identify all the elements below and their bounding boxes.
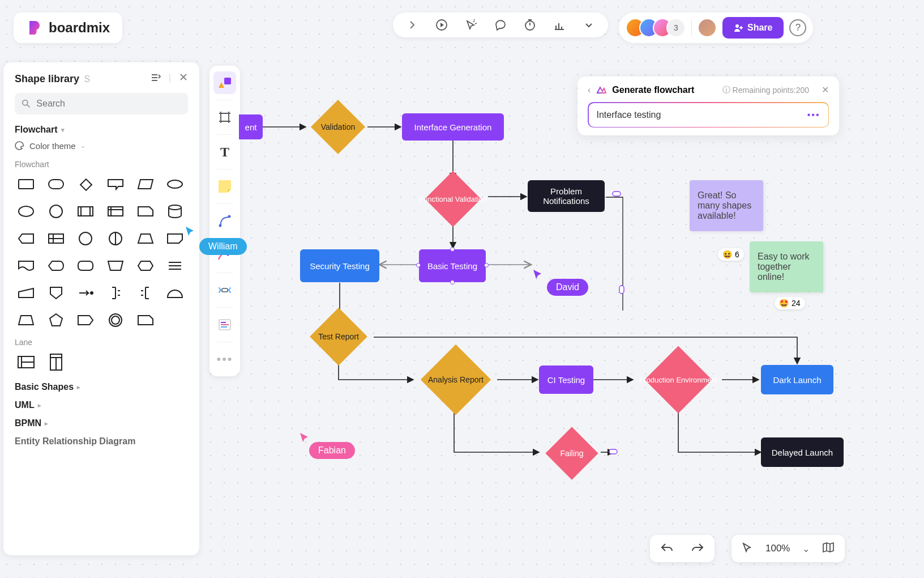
node-validation[interactable]: Validation [307, 100, 369, 154]
tool-sticky-note[interactable] [213, 175, 236, 198]
close-icon[interactable] [179, 73, 188, 85]
zoom-value[interactable]: 100% [765, 543, 790, 554]
shape-cut-rect[interactable] [134, 311, 157, 330]
section-flowchart[interactable]: Flowchart ▾ [15, 125, 188, 135]
shape-connector[interactable] [74, 229, 97, 248]
shape-manual-input[interactable] [15, 283, 37, 303]
node-basic-testing[interactable]: Basic Testing [419, 249, 486, 282]
avatar-more-count[interactable]: 3 [666, 18, 686, 37]
chevron-right-icon[interactable] [405, 18, 419, 32]
tool-frame[interactable] [213, 106, 236, 129]
svg-rect-13 [108, 207, 123, 216]
zoom-chevron-icon[interactable]: ⌄ [802, 543, 810, 554]
shape-trapezoid[interactable] [134, 229, 157, 248]
tool-text[interactable]: T [213, 141, 236, 163]
back-icon[interactable]: ‹ [588, 85, 591, 95]
filter-icon[interactable] [151, 73, 161, 85]
shape-circle[interactable] [45, 202, 67, 221]
node-dark-launch[interactable]: Dark Launch [761, 365, 833, 394]
map-icon[interactable] [822, 542, 835, 555]
share-button[interactable]: Share [722, 17, 784, 39]
section-uml[interactable]: UML ▸ [15, 400, 188, 410]
shape-display-left[interactable] [15, 229, 37, 248]
tool-shapes[interactable] [213, 71, 236, 94]
node-partial[interactable]: ent [239, 114, 263, 139]
shape-summing[interactable] [104, 229, 127, 248]
node-production-env[interactable]: Production Environment [632, 347, 725, 413]
shape-rounded-rect[interactable] [45, 175, 67, 194]
node-ci-testing[interactable]: CI Testing [539, 366, 593, 394]
shape-card[interactable] [134, 202, 157, 221]
redo-button[interactable] [691, 542, 704, 555]
ai-input[interactable]: Interface testing ••• [588, 102, 829, 128]
svg-point-16 [169, 205, 181, 210]
shape-table-h[interactable] [45, 229, 67, 248]
palette-icon [15, 141, 25, 151]
close-icon[interactable]: ✕ [822, 84, 829, 95]
shape-half-circle[interactable] [164, 283, 186, 303]
tool-template[interactable] [213, 313, 236, 336]
shape-arrow-dot[interactable] [74, 283, 97, 303]
section-basic-shapes[interactable]: Basic Shapes ▸ [15, 382, 188, 392]
shape-terminator[interactable] [164, 175, 186, 194]
shape-predefined[interactable] [74, 202, 97, 221]
undo-button[interactable] [660, 542, 674, 555]
node-interface-generation[interactable]: Interface Generation [402, 113, 504, 141]
avatar-stack[interactable]: 3 [626, 18, 686, 37]
shape-offpage[interactable] [164, 229, 186, 248]
tool-connector[interactable] [213, 210, 236, 232]
chart-icon[interactable] [553, 18, 566, 32]
node-delayed-launch[interactable]: Delayed Launch [761, 437, 844, 467]
node-analysis-report[interactable]: Analysis Report [408, 346, 504, 414]
shape-bracket-left[interactable] [134, 283, 157, 303]
node-failing[interactable]: Failing [539, 426, 605, 481]
shape-lines[interactable] [164, 256, 186, 275]
color-theme-option[interactable]: Color theme ⌄ [15, 141, 188, 151]
reaction-1[interactable]: 😆 6 [718, 248, 744, 261]
shape-alt-rounded[interactable] [74, 256, 97, 275]
comment-icon[interactable] [494, 18, 507, 32]
shape-shield[interactable] [45, 283, 67, 303]
self-avatar[interactable] [698, 18, 717, 37]
cursor-david [532, 269, 544, 280]
play-icon[interactable] [435, 18, 448, 32]
shape-document[interactable] [15, 256, 37, 275]
logo[interactable]: boardmix [14, 12, 122, 43]
node-functional-validation[interactable]: Functional Validation [418, 173, 488, 224]
shape-flag[interactable] [74, 311, 97, 330]
shape-lane-h[interactable] [15, 352, 37, 372]
shape-ellipse[interactable] [15, 202, 37, 221]
shape-library-panel: Shape library S | Flowchart ▾ Color them… [3, 62, 199, 555]
shape-lane-v[interactable] [45, 352, 67, 372]
sticky-note-1[interactable]: Great! So many shapes available! [690, 180, 763, 231]
tool-more[interactable]: ••• [213, 348, 236, 371]
reaction-2[interactable]: 🤩 24 [775, 297, 805, 309]
shape-hexagon[interactable] [134, 256, 157, 275]
shape-pentagon[interactable] [45, 311, 67, 330]
shape-database[interactable] [164, 202, 186, 221]
chevron-down-icon[interactable] [582, 18, 596, 32]
sticky-note-2[interactable]: Easy to work together online! [750, 241, 823, 292]
shape-internal-storage[interactable] [104, 202, 127, 221]
shape-manual-op[interactable] [104, 256, 127, 275]
shape-rectangle[interactable] [15, 175, 37, 194]
node-test-report[interactable]: Test Report [299, 309, 378, 364]
node-problem-notifications[interactable]: Problem Notifications [528, 180, 605, 212]
shape-bracket-right[interactable] [104, 283, 127, 303]
shape-trapezoid2[interactable] [15, 311, 37, 330]
shape-diamond[interactable] [74, 175, 97, 194]
section-erd[interactable]: Entity Relationship Diagram [15, 436, 188, 447]
section-bpmn[interactable]: BPMN ▸ [15, 418, 188, 428]
cursor-mode-icon[interactable] [742, 542, 753, 555]
search-input-wrap[interactable] [15, 93, 188, 114]
pointer-icon[interactable] [464, 18, 478, 32]
shape-display[interactable] [45, 256, 67, 275]
shape-parallelogram[interactable] [134, 175, 157, 194]
help-button[interactable]: ? [789, 19, 806, 36]
tool-mindmap[interactable] [213, 279, 236, 301]
shape-double-circle[interactable] [104, 311, 127, 330]
shape-callout[interactable] [104, 175, 127, 194]
search-input[interactable] [36, 99, 181, 109]
node-security-testing[interactable]: Security Testing [300, 249, 379, 282]
timer-icon[interactable] [523, 18, 537, 32]
